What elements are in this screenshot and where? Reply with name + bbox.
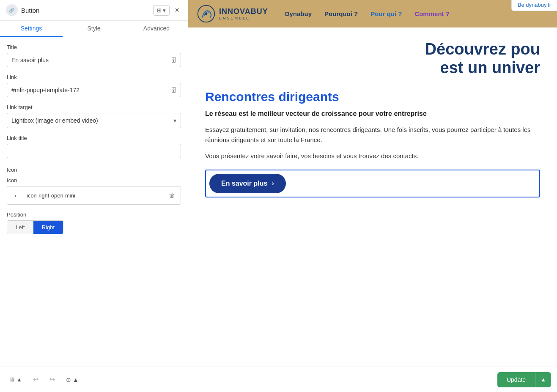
content-subheading: Le réseau est le meilleur vecteur de cro… [205,109,540,118]
position-right-button[interactable]: Right [33,221,63,234]
chevron-down-icon: ▾ [169,114,181,127]
content-heading: Rencontres dirigeants [205,90,540,104]
cta-arrow-icon: › [272,180,274,187]
panel-header: 🔗 Button ⊞ ▾ × [0,0,188,21]
link-title-input-wrap [7,144,181,158]
site-nav: INNOVABUY ENSEMBLE Dynabuy Pourquoi ? Po… [188,0,557,27]
update-button[interactable]: Update [497,372,535,387]
link-input[interactable] [7,83,166,97]
title-field-group: Title 🗄 [7,44,181,67]
site-nav-links: Dynabuy Pourquoi ? Pour qui ? Comment ? [285,10,450,17]
link-db-icon[interactable]: 🗄 [166,83,181,97]
title-input[interactable] [7,53,166,67]
eye-icon: ⊙ [66,376,71,383]
update-button-wrap: Update ▲ [497,372,551,387]
link-target-label: Link target [7,104,181,110]
link-title-label: Link title [7,135,181,141]
position-section: Position Left Right [7,211,181,234]
site-logo-text: INNOVABUY ENSEMBLE [219,7,268,20]
link-icon: 🔗 [9,8,15,13]
title-input-wrap: 🗄 [7,53,181,67]
position-left-button[interactable]: Left [7,221,33,234]
bottom-bar: 🖥 ▲ ↩ ↪ ⊙ ▲ Update ▲ [0,367,557,392]
preview-arrow-icon: ▲ [73,376,79,383]
cta-area: En savoir plus › [205,170,540,197]
icon-section-header: Icon [7,165,181,173]
add-widget-button[interactable]: ⊞ ▾ [153,5,170,16]
svg-point-1 [205,13,207,15]
settings-panel: 🔗 Button ⊞ ▾ × Settings Style Advanced T… [0,0,188,367]
site-logo: INNOVABUY ENSEMBLE [197,4,268,23]
link-input-wrap: 🗄 [7,83,181,97]
link-target-field-group: Link target Lightbox (image or embed vid… [7,104,181,128]
panel-title: Button [21,7,39,14]
nav-link-comment[interactable]: Comment ? [414,10,450,17]
content-text1: Essayez gratuitement, sur invitation, no… [205,125,540,145]
site-logo-sub: ENSEMBLE [219,16,268,20]
nav-link-pourquoi[interactable]: Pourquoi ? [324,10,358,17]
icon-row: › icon-right-open-mini 🗑 [7,186,181,205]
website-preview: INNOVABUY ENSEMBLE Dynabuy Pourquoi ? Po… [188,0,557,367]
update-dropdown-button[interactable]: ▲ [535,372,551,387]
position-buttons: Left Right [7,220,63,234]
be-badge: Be dynabuy.fr [511,0,557,11]
icon-section: Icon Icon › icon-right-open-mini 🗑 [7,165,181,205]
icon-name-label: icon-right-open-mini [27,192,164,199]
link-title-input[interactable] [7,144,181,158]
content-text2: Vous présentez votre savoir faire, vos b… [205,151,540,161]
site-hero: Découvrez pou est un univer [188,27,557,81]
tab-style[interactable]: Style [63,21,125,37]
redo-button[interactable]: ↪ [46,373,58,386]
link-target-select[interactable]: Lightbox (image or embed video) _blank _… [7,113,169,128]
icon-delete-button[interactable]: 🗑 [167,191,176,200]
site-logo-main: INNOVABUY [219,7,268,16]
site-logo-svg [197,4,216,23]
website-preview-panel: INNOVABUY ENSEMBLE Dynabuy Pourquoi ? Po… [188,0,557,367]
tab-advanced[interactable]: Advanced [125,21,188,37]
title-db-icon[interactable]: 🗄 [166,53,181,67]
site-content: Rencontres dirigeants Le réseau est le m… [188,81,557,210]
grid-icon: ⊞ [157,7,162,14]
panel-title-area: 🔗 Button [6,4,39,16]
panel-header-actions: ⊞ ▾ × [153,5,182,16]
icon-field-label: Icon [7,177,181,184]
link-field-group: Link 🗄 [7,74,181,97]
settings-tabs: Settings Style Advanced [0,21,188,37]
panel-content: Title 🗄 Link 🗄 Link target L [0,37,188,367]
position-label: Position [7,211,181,218]
dropdown-arrow: ▾ [163,7,166,14]
undo-button[interactable]: ↩ [30,373,42,386]
link-label: Link [7,74,181,80]
monitor-icon: 🖥 [9,376,15,383]
hero-title-line1: Découvrez pou [205,40,540,59]
close-panel-button[interactable]: × [172,5,182,16]
device-button[interactable]: 🖥 ▲ [6,374,25,385]
cta-label: En savoir plus [221,180,267,187]
hero-title-line2: est un univer [205,59,540,77]
link-target-select-wrap: Lightbox (image or embed video) _blank _… [7,113,181,128]
nav-link-pourqui[interactable]: Pour qui ? [370,10,402,17]
icon-preview: › [11,189,23,201]
tab-settings[interactable]: Settings [0,21,63,37]
panel-icon: 🔗 [6,4,18,16]
link-title-field-group: Link title [7,135,181,158]
preview-button[interactable]: ⊙ ▲ [63,374,82,386]
nav-link-dynabuy[interactable]: Dynabuy [285,10,312,17]
hero-title: Découvrez pou est un univer [205,40,540,77]
update-arrow-icon: ▲ [541,376,546,383]
device-arrow-icon: ▲ [16,376,22,383]
cta-button[interactable]: En savoir plus › [209,174,286,193]
title-label: Title [7,44,181,50]
